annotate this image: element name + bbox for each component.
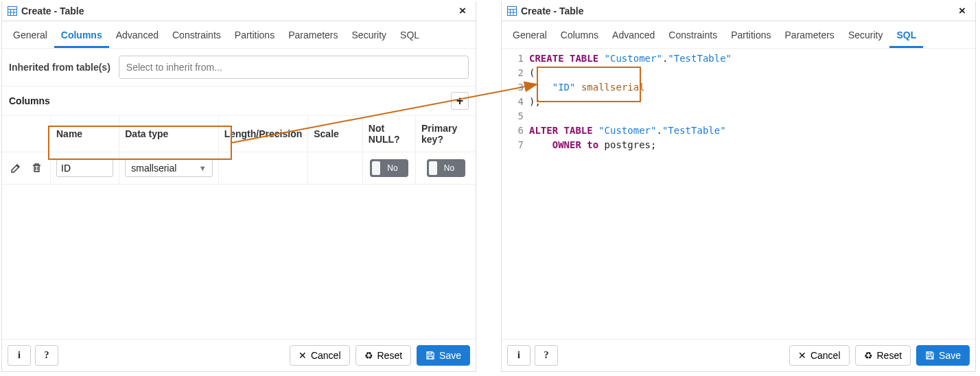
tab-constraints[interactable]: Constraints [165, 25, 228, 48]
code-line: ( [529, 66, 975, 80]
column-datatype-value: smallserial [131, 163, 176, 174]
tab-sql[interactable]: SQL [393, 25, 426, 48]
recycle-icon: ♻ [364, 350, 373, 361]
svg-rect-5 [508, 7, 517, 16]
create-table-dialog-right: Create - Table × General Columns Advance… [501, 1, 976, 372]
columns-table: Name Data type Length/Precision Scale No… [2, 116, 476, 185]
add-column-button[interactable]: + [451, 92, 469, 110]
dialog-footer: i ? ✕ Cancel ♻ Reset Save [2, 339, 476, 371]
tabs: General Columns Advanced Constraints Par… [2, 21, 476, 49]
code-line: CREATE TABLE "Customer"."TestTable" [529, 51, 975, 66]
code-area: CREATE TABLE "Customer"."TestTable" ( "I… [529, 51, 975, 152]
titlebar: Create - Table × [502, 1, 975, 21]
info-button[interactable]: i [507, 345, 530, 366]
dialog-title: Create - Table [21, 5, 84, 16]
tab-security[interactable]: Security [345, 25, 394, 48]
column-scale-cell[interactable] [308, 152, 363, 185]
tab-parameters[interactable]: Parameters [281, 25, 345, 48]
column-datatype-select[interactable]: smallserial ▼ [125, 159, 212, 177]
code-line: ); [529, 95, 975, 109]
tab-partitions[interactable]: Partitions [228, 25, 281, 48]
recycle-icon: ♻ [864, 350, 873, 361]
tab-columns[interactable]: Columns [54, 25, 109, 48]
close-icon[interactable]: × [955, 4, 970, 18]
tab-partitions[interactable]: Partitions [724, 25, 778, 48]
tabs: General Columns Advanced Constraints Par… [502, 21, 975, 49]
column-header-row: Name Data type Length/Precision Scale No… [2, 116, 476, 152]
tab-sql[interactable]: SQL [889, 25, 923, 48]
save-button[interactable]: Save [916, 345, 970, 366]
tab-general[interactable]: General [506, 25, 554, 48]
reset-button[interactable]: ♻ Reset [355, 345, 412, 366]
svg-rect-0 [8, 7, 17, 16]
notnull-toggle[interactable]: No [370, 159, 408, 177]
header-datatype: Data type [119, 116, 218, 152]
save-disk-icon [925, 351, 935, 360]
column-name-input[interactable] [56, 159, 113, 177]
save-disk-icon [425, 351, 435, 360]
table-icon [507, 6, 517, 16]
table-row: smallserial ▼ No No [2, 152, 476, 185]
primarykey-toggle[interactable]: No [427, 159, 465, 177]
help-button[interactable]: ? [535, 345, 558, 366]
code-line: "ID" smallserial [529, 80, 975, 95]
cancel-button[interactable]: ✕ Cancel [290, 345, 350, 366]
header-pk: Primary key? [416, 116, 476, 152]
inherit-input[interactable] [119, 56, 469, 79]
code-line: OWNER to postgres; [529, 138, 975, 152]
save-button[interactable]: Save [417, 345, 470, 366]
line-gutter: 1 2 3 4 5 6 7 [502, 51, 529, 152]
edit-row-icon[interactable] [8, 160, 24, 176]
code-line [529, 109, 975, 124]
columns-body: Inherited from table(s) Columns + Name D… [2, 49, 476, 339]
reset-button[interactable]: ♻ Reset [855, 345, 911, 366]
info-button[interactable]: i [8, 345, 31, 366]
create-table-dialog-left: Create - Table × General Columns Advance… [1, 1, 476, 372]
sql-editor[interactable]: 1 2 3 4 5 6 7 CREATE TABLE "Customer"."T… [502, 49, 975, 152]
header-scale: Scale [308, 116, 363, 152]
inherit-label: Inherited from table(s) [9, 62, 110, 73]
tab-advanced[interactable]: Advanced [605, 25, 662, 48]
titlebar: Create - Table × [2, 1, 476, 21]
table-icon [8, 6, 17, 16]
delete-row-icon[interactable] [28, 160, 45, 176]
tab-parameters[interactable]: Parameters [778, 25, 841, 48]
tab-advanced[interactable]: Advanced [109, 25, 165, 48]
tab-security[interactable]: Security [841, 25, 890, 48]
sql-body: 1 2 3 4 5 6 7 CREATE TABLE "Customer"."T… [502, 49, 975, 339]
chevron-down-icon: ▼ [199, 164, 207, 172]
tab-constraints[interactable]: Constraints [662, 25, 724, 48]
tab-general[interactable]: General [6, 25, 54, 48]
dialog-footer: i ? ✕ Cancel ♻ Reset Save [502, 339, 975, 371]
close-icon[interactable]: × [455, 4, 470, 18]
close-x-icon: ✕ [299, 350, 307, 361]
header-length: Length/Precision [218, 116, 308, 152]
dialog-title: Create - Table [521, 5, 584, 16]
code-line: ALTER TABLE "Customer"."TestTable" [529, 124, 975, 138]
header-name: Name [51, 116, 119, 152]
columns-heading: Columns [9, 95, 50, 106]
column-length-cell[interactable] [218, 152, 308, 185]
cancel-button[interactable]: ✕ Cancel [789, 345, 850, 366]
close-x-icon: ✕ [798, 350, 806, 361]
help-button[interactable]: ? [35, 345, 58, 366]
tab-columns[interactable]: Columns [554, 25, 605, 48]
header-notnull: Not NULL? [362, 116, 415, 152]
